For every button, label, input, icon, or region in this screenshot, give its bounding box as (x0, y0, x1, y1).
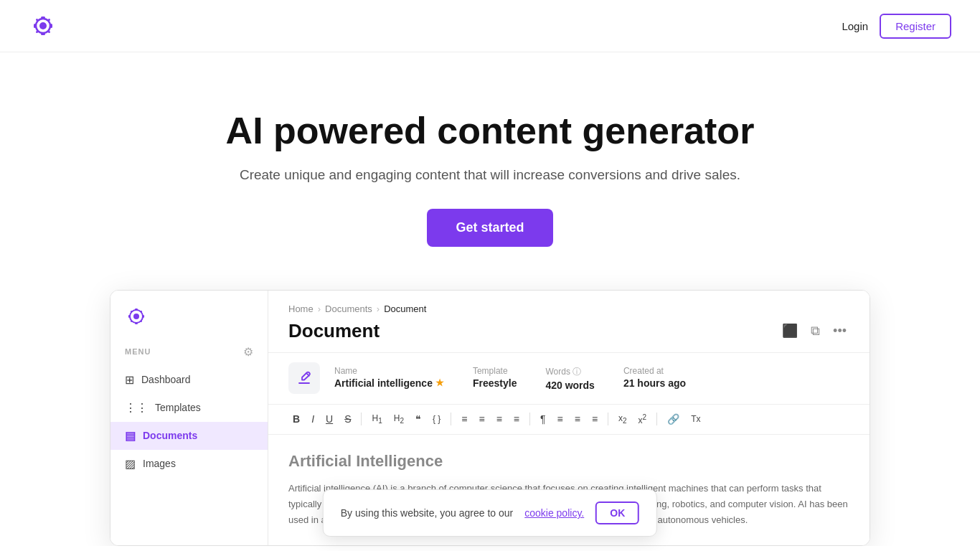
link-button[interactable]: 🔗 (663, 410, 684, 428)
align-center-button[interactable]: ≡ (474, 410, 489, 428)
subscript-button[interactable]: x2 (614, 410, 631, 428)
images-icon: ▨ (125, 457, 136, 471)
svg-rect-9 (36, 31, 38, 33)
templates-icon: ⋮⋮ (125, 401, 148, 415)
copy-button[interactable]: ⧉ (808, 321, 823, 342)
svg-rect-14 (135, 322, 138, 324)
cookie-message: By using this website, you agree to our (341, 507, 513, 519)
sidebar-item-templates[interactable]: ⋮⋮ Templates (110, 394, 268, 422)
svg-rect-16 (143, 315, 145, 318)
sidebar-logo-icon (125, 305, 148, 328)
svg-rect-3 (41, 17, 45, 19)
blockquote-button[interactable]: ❝ (411, 410, 425, 428)
info-icon: ⓘ (573, 367, 581, 377)
svg-rect-19 (131, 320, 133, 322)
align-right-button[interactable]: ≡ (492, 410, 507, 428)
toolbar-sep-5 (656, 413, 657, 425)
sidebar-item-documents[interactable]: ▤ Documents (110, 422, 268, 450)
meta-name: Name Artificial intelligence ★ (334, 366, 444, 391)
editor-toolbar: B I U S H1 H2 ❝ { } ≡ ≡ ≡ ≡ ¶ ≡ ≡ ≡ (268, 405, 870, 435)
sidebar-item-label: Templates (155, 402, 201, 413)
meta-template-value: Freestyle (473, 377, 517, 389)
settings-icon[interactable]: ⚙ (243, 345, 253, 359)
svg-point-12 (133, 314, 139, 319)
list-button[interactable]: ≡ (588, 410, 602, 428)
bold-button[interactable]: B (288, 410, 304, 428)
page-title: Document (288, 320, 380, 342)
svg-rect-6 (50, 24, 52, 28)
get-started-button[interactable]: Get started (427, 209, 552, 247)
register-button[interactable]: Register (880, 14, 951, 39)
sidebar-menu-label: MENU (125, 347, 151, 356)
italic-button[interactable]: I (307, 410, 319, 428)
align-left-button[interactable]: ≡ (457, 410, 471, 428)
documents-icon: ▤ (125, 429, 136, 443)
svg-rect-18 (141, 311, 143, 313)
sidebar-menu-header: MENU ⚙ (110, 342, 268, 366)
breadcrumb-sep-2: › (377, 303, 380, 314)
hero-title: AI powered content generator (14, 110, 966, 153)
h1-button[interactable]: H1 (367, 410, 386, 428)
svg-rect-13 (135, 309, 138, 311)
meta-created: Created at 21 hours ago (623, 366, 686, 391)
h2-button[interactable]: H2 (390, 410, 408, 428)
toolbar-sep-3 (529, 413, 530, 425)
header-nav: Login Register (842, 14, 951, 39)
login-button[interactable]: Login (842, 20, 868, 32)
logo (29, 11, 57, 40)
meta-name-value: Artificial intelligence ★ (334, 377, 444, 389)
svg-rect-10 (48, 31, 50, 33)
superscript-button[interactable]: x2 (634, 410, 651, 428)
breadcrumb-current: Document (384, 303, 426, 314)
sidebar-item-dashboard[interactable]: ⊞ Dashboard (110, 366, 268, 394)
svg-point-2 (39, 22, 47, 29)
meta-template-label: Template (473, 366, 517, 376)
toolbar-sep-4 (608, 413, 608, 425)
align-justify-button[interactable]: ≡ (509, 410, 524, 428)
cookie-policy-link[interactable]: cookie policy. (524, 507, 584, 519)
meta-words-label: Words ⓘ (545, 366, 594, 378)
doc-title-row: Document ⬛ ⧉ ••• (288, 320, 849, 352)
dashboard-icon: ⊞ (125, 373, 134, 387)
doc-title-actions: ⬛ ⧉ ••• (779, 320, 849, 342)
sidebar-item-label: Documents (143, 430, 197, 441)
meta-created-label: Created at (623, 366, 686, 376)
header: Login Register (0, 0, 980, 52)
svg-rect-7 (36, 19, 38, 21)
underline-button[interactable]: U (321, 410, 337, 428)
cookie-ok-button[interactable]: OK (595, 501, 639, 524)
editor-doc-title: Artificial Intelligence (288, 452, 849, 471)
svg-rect-20 (141, 320, 143, 322)
svg-rect-8 (48, 19, 50, 21)
hero-subtitle: Create unique and engaging content that … (14, 167, 966, 183)
code-button[interactable]: { } (428, 411, 445, 427)
meta-words: Words ⓘ 420 words (545, 366, 594, 391)
meta-created-value: 21 hours ago (623, 377, 686, 389)
doc-meta-icon (288, 362, 320, 394)
paragraph-button[interactable]: ¶ (536, 410, 550, 428)
breadcrumb-home[interactable]: Home (288, 303, 314, 314)
toolbar-sep-1 (361, 413, 362, 425)
star-icon[interactable]: ★ (435, 377, 444, 388)
sidebar-logo (110, 305, 268, 342)
svg-rect-5 (34, 24, 36, 28)
indent-button[interactable]: ≡ (553, 410, 567, 428)
meta-words-value: 420 words (545, 380, 594, 391)
save-button[interactable]: ⬛ (779, 320, 801, 342)
svg-rect-17 (131, 311, 133, 313)
toolbar-sep-2 (451, 413, 451, 425)
more-button[interactable]: ••• (830, 321, 849, 342)
breadcrumb-sep-1: › (318, 303, 321, 314)
outdent-button[interactable]: ≡ (570, 410, 585, 428)
logo-icon (29, 11, 57, 40)
sidebar: MENU ⚙ ⊞ Dashboard ⋮⋮ Templates ▤ Docume… (110, 291, 268, 545)
breadcrumb-documents[interactable]: Documents (325, 303, 372, 314)
svg-rect-4 (41, 33, 45, 35)
sidebar-item-label: Images (143, 458, 176, 469)
clear-format-button[interactable]: Tx (687, 411, 705, 427)
meta-template: Template Freestyle (473, 366, 517, 391)
sidebar-item-images[interactable]: ▨ Images (110, 450, 268, 478)
breadcrumb: Home › Documents › Document (288, 303, 849, 314)
strikethrough-button[interactable]: S (340, 410, 355, 428)
doc-meta: Name Artificial intelligence ★ Template … (268, 353, 870, 405)
